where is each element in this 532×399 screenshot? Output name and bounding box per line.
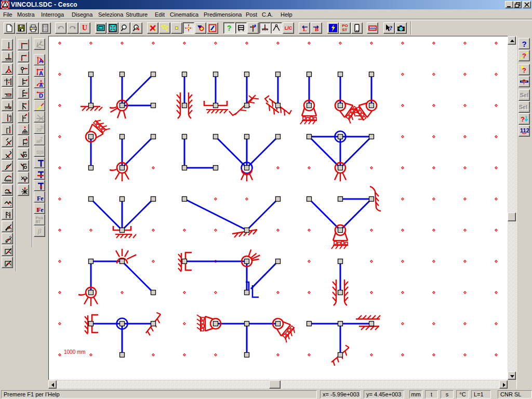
svg-text:1000 mm: 1000 mm (64, 349, 86, 355)
svg-text:L: L (303, 26, 307, 32)
svg-text:112: 112 (520, 127, 529, 134)
svg-text:?: ? (389, 24, 393, 32)
svg-text:B: B (315, 26, 319, 32)
svg-text:?: ? (521, 115, 525, 123)
svg-text:39: 39 (40, 125, 44, 130)
svg-text:S|S: S|S (36, 150, 44, 155)
svg-text:A: A (39, 70, 43, 75)
svg-text:D: D (39, 92, 43, 98)
svg-text:Fe: Fe (37, 195, 44, 201)
svg-text:A: A (39, 82, 43, 87)
svg-text:?: ? (522, 78, 526, 86)
svg-text:?: ? (522, 52, 526, 60)
svg-text:7: 7 (40, 136, 43, 141)
svg-text:F: F (36, 206, 40, 212)
